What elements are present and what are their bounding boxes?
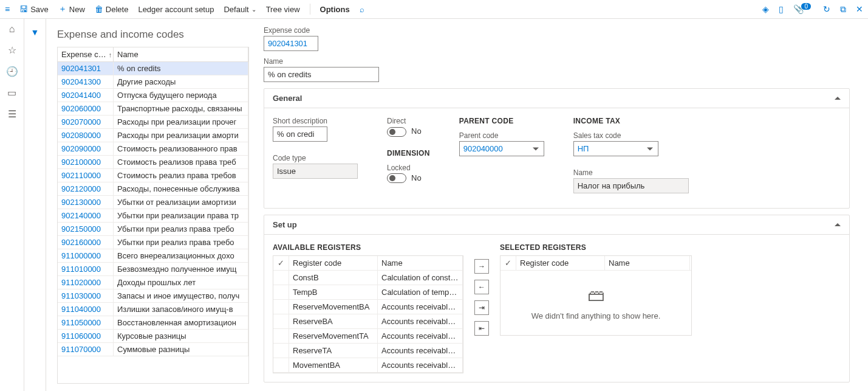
- table-row[interactable]: 911030000Запасы и иное имущество, получ: [58, 289, 248, 303]
- row-check[interactable]: [273, 300, 289, 314]
- row-name: Восстановленная амортизацион: [114, 316, 248, 329]
- salestax-block: Sales tax code НП: [573, 131, 689, 156]
- table-row[interactable]: 902070000Расходы при реализации прочег: [58, 116, 248, 129]
- direct-toggle[interactable]: [387, 127, 406, 137]
- available-grid[interactable]: ✓ Register code Name ConstBCalculation o…: [273, 255, 463, 373]
- move-left-button[interactable]: ←: [474, 280, 489, 294]
- reg-code-header[interactable]: Register code: [516, 256, 605, 270]
- name-input[interactable]: % on credits: [264, 67, 379, 82]
- delete-button[interactable]: 🗑Delete: [95, 4, 129, 14]
- locked-toggle[interactable]: [387, 173, 406, 183]
- table-row[interactable]: 911070000Суммовые разницы: [58, 343, 248, 356]
- col-header-code[interactable]: Expense c…↑: [58, 47, 114, 61]
- table-row[interactable]: 911020000Доходы прошлых лет: [58, 276, 248, 289]
- register-name: Calculation of tempo…: [378, 285, 463, 299]
- register-row[interactable]: MovementBAAccounts receivable …: [273, 358, 463, 373]
- sort-asc-icon: ↑: [109, 51, 112, 58]
- table-row[interactable]: 902090000Стоимость реализованного прав: [58, 142, 248, 156]
- row-name: Стоимость реализ права требов: [114, 169, 248, 182]
- setup-body: AVAILABLE REGISTERS ✓ Register code Name…: [264, 235, 849, 382]
- table-row[interactable]: 902140000Убытки при реализации права тр: [58, 209, 248, 223]
- direct-value: No: [411, 126, 422, 136]
- workspace-icon[interactable]: ▭: [7, 87, 16, 99]
- selected-grid[interactable]: ✓ Register code Name 🗃 We didn't find an…: [500, 255, 692, 336]
- refresh-icon[interactable]: ↻: [823, 4, 830, 14]
- code-type-input[interactable]: Issue: [273, 164, 358, 179]
- col-header-name[interactable]: Name: [114, 47, 248, 61]
- new-button[interactable]: ＋New: [58, 4, 85, 15]
- recent-icon[interactable]: 🕘: [6, 66, 18, 77]
- options-button[interactable]: Options: [320, 5, 350, 14]
- diamond-icon[interactable]: ◈: [762, 4, 769, 14]
- table-row[interactable]: 902041400Отпуска будущего периода: [58, 89, 248, 102]
- register-row[interactable]: ReserveMovementTAAccounts receivable …: [273, 329, 463, 344]
- search-icon[interactable]: ⌕: [360, 5, 364, 14]
- table-row[interactable]: 911040000Излишки запасов/иного имущ-в: [58, 303, 248, 316]
- register-row[interactable]: ConstBCalculation of consta…: [273, 271, 463, 285]
- trash-icon: 🗑: [95, 4, 103, 14]
- move-all-left-button[interactable]: ⇤: [474, 321, 489, 336]
- filter-column: ▼: [24, 19, 46, 391]
- row-check[interactable]: [273, 358, 289, 372]
- parent-code-label: Parent code: [459, 131, 544, 140]
- expense-code-block: Expense code 902041301: [264, 26, 850, 51]
- table-row[interactable]: 902120000Расходы, понесенные обслужива: [58, 182, 248, 196]
- reg-name-header[interactable]: Name: [378, 256, 463, 270]
- register-row[interactable]: TempBCalculation of tempo…: [273, 285, 463, 300]
- row-check[interactable]: [273, 314, 289, 328]
- row-check[interactable]: [273, 285, 289, 299]
- attachments-button[interactable]: 📎0: [793, 4, 813, 14]
- row-code: 911070000: [58, 343, 114, 356]
- salestax-dropdown[interactable]: НП: [573, 141, 658, 156]
- row-check[interactable]: [273, 329, 289, 343]
- move-all-right-button[interactable]: ⇥: [474, 300, 489, 315]
- expense-code-input[interactable]: 902041301: [264, 36, 318, 51]
- reg-name-header[interactable]: Name: [605, 256, 690, 270]
- filter-icon[interactable]: ▼: [31, 27, 39, 391]
- save-button[interactable]: 🖫Save: [19, 4, 49, 14]
- table-row[interactable]: 902080000Расходы при реализации аморти: [58, 129, 248, 142]
- badge-count: 0: [801, 3, 811, 10]
- reg-code-header[interactable]: Register code: [289, 256, 378, 270]
- table-row[interactable]: 911010000Безвозмездно полученное имущ: [58, 263, 248, 276]
- table-row[interactable]: 902041300Другие расходы: [58, 75, 248, 89]
- move-right-button[interactable]: →: [474, 259, 489, 274]
- check-header[interactable]: ✓: [273, 256, 289, 270]
- table-row[interactable]: 911050000Восстановленная амортизацион: [58, 316, 248, 330]
- parent-code-dropdown[interactable]: 902040000: [459, 141, 544, 156]
- row-check[interactable]: [273, 344, 289, 358]
- close-icon[interactable]: ✕: [856, 4, 863, 14]
- table-row[interactable]: 902110000Стоимость реализ права требов: [58, 169, 248, 182]
- codes-grid[interactable]: Expense c…↑ Name 902041301% on credits90…: [57, 47, 249, 384]
- row-check[interactable]: [273, 271, 289, 285]
- name-label: Name: [264, 57, 850, 66]
- table-row[interactable]: 902160000Убытки при реализ права требо: [58, 236, 248, 249]
- table-row[interactable]: 911060000Курсовые разницы: [58, 330, 248, 343]
- save-label: Save: [30, 5, 49, 14]
- table-row[interactable]: 902130000Убытки от реализации амортизи: [58, 196, 248, 209]
- star-icon[interactable]: ☆: [8, 44, 16, 56]
- register-row[interactable]: ReserveMovementBAAccounts receivable …: [273, 300, 463, 314]
- register-row[interactable]: ReserveTAAccounts receivable …: [273, 344, 463, 358]
- module-icon[interactable]: ☰: [8, 108, 16, 120]
- table-row[interactable]: 911000000Всего внереализационных дохо: [58, 249, 248, 263]
- book-icon[interactable]: ▯: [779, 4, 784, 14]
- table-row[interactable]: 902100000Стоимость реализов права треб: [58, 156, 248, 169]
- general-header[interactable]: General: [264, 89, 849, 108]
- default-dropdown[interactable]: Default⌄: [224, 5, 256, 14]
- popout-icon[interactable]: ⧉: [840, 4, 846, 15]
- check-header[interactable]: ✓: [501, 256, 516, 270]
- table-row[interactable]: 902041301% on credits: [58, 62, 248, 75]
- home-icon[interactable]: ⌂: [9, 24, 15, 35]
- register-row[interactable]: ReserveBAAccounts receivable …: [273, 314, 463, 329]
- table-row[interactable]: 902150000Убытки при реализ права требо: [58, 223, 248, 236]
- tree-view-button[interactable]: Tree view: [266, 5, 300, 14]
- menu-icon[interactable]: ≡: [5, 4, 10, 14]
- ledger-setup-button[interactable]: Ledger account setup: [138, 5, 214, 14]
- table-row[interactable]: 902060000Транспортные расходы, связанны: [58, 102, 248, 116]
- setup-header[interactable]: Set up: [264, 215, 849, 235]
- chevron-up-icon: [835, 97, 841, 100]
- row-name: Убытки при реализации права тр: [114, 209, 248, 222]
- short-desc-input[interactable]: % on credi: [273, 126, 327, 142]
- row-name: Доходы прошлых лет: [114, 276, 248, 289]
